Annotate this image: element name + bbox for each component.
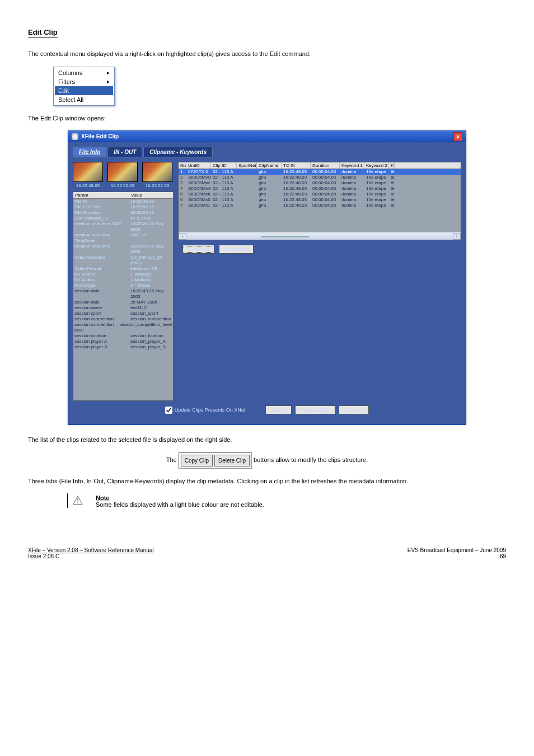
table-cell: têt [389, 175, 395, 180]
copy-clip-button[interactable]: Copy Clip [182, 245, 214, 254]
grid-column-header[interactable]: ClipName [257, 162, 282, 169]
tab-file-info[interactable]: File Info [73, 147, 106, 157]
table-cell: 16:22:48.03 [282, 197, 311, 203]
tab-clipname-keywords[interactable]: Clipname - Keywords [143, 147, 213, 157]
param-value: 1 Video(s) [130, 272, 172, 277]
update-clips-checkbox-input[interactable] [165, 407, 172, 414]
table-cell: 00:00:04.00 [311, 186, 340, 192]
update-clips-checkbox[interactable]: Update Clips Presents On XNet [165, 407, 246, 414]
table-cell: domina [340, 180, 364, 186]
table-row[interactable]: 2S63C5MvO02 - 113 Agiro16:22:48.0300:00:… [179, 175, 461, 180]
inline-copy-clip-button[interactable]: Copy Clip [181, 455, 213, 466]
save-exit-button[interactable]: Save & Exit [295, 405, 336, 414]
footer-right: EVS Broadcast Equipment – June 2009 [407, 547, 506, 553]
param-row: session locationsession_location [73, 333, 173, 339]
param-name: Video Standard [74, 255, 130, 266]
table-cell: 02 - 113 A [211, 197, 237, 203]
grid-column-header[interactable]: Duration [311, 162, 340, 169]
scroll-right-icon[interactable]: › [453, 233, 461, 240]
param-value: 16:22:48.03 [130, 199, 172, 204]
horizontal-scrollbar[interactable]: ‹ › [179, 232, 461, 240]
thumbnail[interactable]: 16:22:52.03 [142, 162, 172, 188]
grid-column-header[interactable]: SportNet [237, 162, 257, 169]
grid-column-header[interactable]: Nb [179, 162, 186, 169]
context-menu-item[interactable]: Select All [55, 95, 113, 104]
table-cell: 16:22:48.03 [282, 192, 311, 197]
param-row: File IN16:22:48.03 [73, 199, 173, 204]
scroll-thumb[interactable] [261, 236, 309, 237]
note-label: Note [96, 494, 109, 501]
table-cell [237, 203, 257, 208]
grid-column-header[interactable]: Keyword 1 [340, 162, 364, 169]
grid-column-header[interactable]: K [389, 162, 395, 169]
tabs: File Info IN - OUT Clipname - Keywords [73, 147, 461, 157]
table-cell: 02 - 113 A [211, 192, 237, 197]
table-cell: 3 [179, 180, 186, 186]
table-row[interactable]: 6S63C5Mx002 - 113 Agiro16:22:48.0300:00:… [179, 197, 461, 203]
thumbnail-image [73, 162, 103, 182]
param-name: session competition level [74, 322, 120, 333]
param-row: creation date-time GMT14:23:24 25 May 20… [73, 221, 173, 232]
table-row[interactable]: 5S63C5MxK02 - 113 Agiro16:22:48.0300:00:… [179, 192, 461, 197]
paragraph-inline-buttons: The Copy Clip Delete Clip buttons allow … [28, 452, 506, 469]
param-value: 25 MAY 2005 [130, 300, 172, 305]
table-row[interactable]: 7S63C5Mx102 - 113 Agiro16:22:48.0300:00:… [179, 203, 461, 208]
table-cell: 16:22:48.03 [282, 180, 311, 186]
clip-grid: NbUmIDClip IDSportNetClipNameTC INDurati… [178, 162, 461, 240]
inline-delete-clip-button[interactable]: Delete Clip [214, 455, 250, 466]
table-cell: 16e etape [364, 169, 389, 175]
table-cell: 16:22:48.03 [282, 203, 311, 208]
param-value: 16:22:43 25 May 2005 [130, 288, 172, 300]
table-cell: giro [257, 192, 282, 197]
grid-column-header[interactable]: UmID [186, 162, 211, 169]
context-menu-item[interactable]: Edit [55, 86, 113, 95]
table-cell [237, 186, 257, 192]
param-value: 2 = stereo [130, 283, 172, 288]
thumbnail-timecode: 16:22:50.03 [107, 183, 138, 188]
grid-column-header[interactable]: TC IN [282, 162, 311, 169]
param-name: creation date-time TimeZone [74, 232, 130, 244]
grid-column-header[interactable]: Keyword 2 [364, 162, 389, 169]
table-cell: têt [389, 203, 395, 208]
inline-prefix: The [166, 456, 179, 463]
thumbnail[interactable]: 16:22:50.03 [107, 162, 138, 188]
table-cell: domina [340, 186, 364, 192]
window-app-icon [72, 133, 78, 140]
scroll-left-icon[interactable]: ‹ [179, 233, 186, 240]
close-icon[interactable]: × [453, 132, 462, 141]
table-cell: giro [257, 175, 282, 180]
param-name: session date [74, 300, 130, 305]
table-cell: 16e etape [364, 180, 389, 186]
grid-column-header[interactable]: Clip ID [211, 162, 237, 169]
param-value: session_sport [130, 311, 172, 316]
param-row: LSM Material_ID67JCTX-0 [73, 216, 173, 221]
save-button[interactable]: Save [265, 405, 292, 414]
table-row[interactable]: 167JCTX-002 - 113 Agiro16:22:48.0300:00:… [179, 169, 461, 175]
param-value: 67JCTX-0 [130, 216, 172, 221]
param-row: session player Bsession_player_B [73, 344, 173, 350]
update-clips-label: Update Clips Presents On XNet [175, 407, 246, 413]
table-cell: 67JCTX-0 [186, 169, 211, 175]
param-row: Nb Audios1 Audio(s) [73, 277, 173, 283]
thumbnail[interactable]: 16:22:48.03 [73, 162, 103, 188]
thumbnail-timecode: 16:22:52.03 [142, 183, 172, 188]
param-name: Video Format [74, 266, 130, 272]
context-menu-item[interactable]: Columns▸ [55, 68, 113, 77]
cancel-button[interactable]: Cancel [339, 405, 369, 414]
param-row: Video Formatinterlaced 4/3 [73, 266, 173, 272]
param-name: session date [74, 288, 130, 300]
table-cell: 00:00:04.00 [311, 192, 340, 197]
context-menu-item[interactable]: Filters▸ [55, 77, 113, 86]
tab-in-out[interactable]: IN - OUT [107, 147, 142, 157]
param-value: testMLO [130, 305, 172, 311]
table-cell: 02 - 113 A [211, 186, 237, 192]
table-cell: domina [340, 175, 364, 180]
table-row[interactable]: 3S63C5Mwl02 - 113 Agiro16:22:48.0300:00:… [179, 180, 461, 186]
table-cell: têt [389, 169, 395, 175]
param-row: AudioType2 = stereo [73, 283, 173, 288]
table-row[interactable]: 4S63C5MwW02 - 113 Agiro16:22:48.0300:00:… [179, 186, 461, 192]
table-cell: 16e etape [364, 175, 389, 180]
param-row: creation date-time16:23:24 25 May 2005 [73, 244, 173, 255]
delete-clip-button[interactable]: Delete Clip [219, 245, 254, 254]
param-row: session nametestMLO [73, 305, 173, 311]
